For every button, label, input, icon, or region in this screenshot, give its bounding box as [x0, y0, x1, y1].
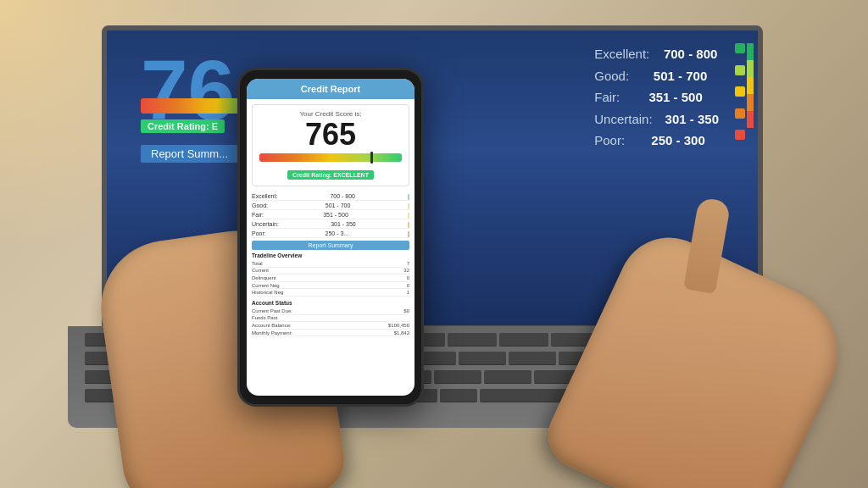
phone-uncertain-label: Uncertain: [252, 221, 279, 227]
phone: Credit Report Your Credit Score is: 765 … [237, 68, 424, 407]
phone-account-balance: Account Balance: $100,450 [252, 322, 409, 330]
phone-report-divider: Report Summary [252, 241, 409, 250]
phone-screen: Credit Report Your Credit Score is: 765 … [247, 79, 415, 396]
key [182, 370, 230, 384]
keyboard-keys [85, 333, 780, 404]
key-row-1 [85, 333, 780, 348]
key [584, 370, 632, 384]
laptop-uncertain-label: Uncertain: [594, 108, 652, 130]
key-shift-right [705, 389, 780, 402]
laptop-color-bar-excellent [747, 43, 754, 60]
key [434, 370, 481, 384]
key-row-4 [85, 389, 780, 404]
phone-good-range: 501 - 700 [326, 202, 351, 208]
key [499, 333, 548, 347]
laptop: 76 Credit Rating: E Report Summ... Excel… [68, 25, 797, 432]
phone-poor-label: Poor: [252, 230, 266, 236]
laptop-rating-fair: Fair: 351 - 500 [594, 86, 745, 108]
phone-tradeline-total: Total 7 [252, 260, 409, 268]
key [459, 352, 506, 365]
scene: 76 Credit Rating: E Report Summ... Excel… [0, 0, 868, 488]
phone-rating-badge: Credit Rating: EXCELLENT [287, 170, 374, 180]
laptop-fair-bar [735, 86, 745, 97]
key [136, 333, 186, 347]
key-tab [85, 352, 156, 365]
phone-tradeline-historical-neg-value: 1 [407, 290, 409, 295]
phone-account-past-due: Current Past Due: $0 [252, 308, 409, 315]
laptop-report-summary-label: Report Summ... [141, 145, 238, 163]
key [509, 352, 556, 365]
phone-fair-label: Fair: [252, 212, 264, 218]
phone-tradeline-current: Current 32 [252, 268, 409, 275]
phone-account-monthly-label: Monthly Payment: [252, 330, 292, 336]
laptop-excellent-range: 700 - 800 [664, 43, 717, 65]
phone-rating-poor: Poor: 250 - 3... | [252, 229, 409, 238]
phone-account-monthly-value: $1,842 [394, 330, 409, 336]
key [559, 352, 606, 365]
laptop-color-bar [747, 43, 754, 128]
phone-report-section: Tradeline Overview Total 7 Current 32 De… [252, 252, 409, 336]
key [162, 389, 199, 402]
phone-account-monthly: Monthly Payment: $1,842 [252, 330, 409, 337]
laptop-excellent-bar [735, 43, 745, 53]
laptop-keyboard [68, 326, 797, 428]
laptop-rating-good: Good: 501 - 700 [594, 65, 745, 87]
phone-tradeline-historical-neg: Historical Neg 1 [252, 289, 409, 297]
phone-tradeline-total-value: 7 [407, 261, 409, 266]
laptop-screen: 76 Credit Rating: E Report Summ... Excel… [102, 25, 763, 330]
laptop-color-bar-uncertain [747, 94, 754, 111]
phone-uncertain-indicator: | [408, 221, 409, 227]
laptop-credit-rating-label: Credit Rating: E [141, 119, 225, 133]
phone-account-past-due-value: $0 [403, 308, 409, 313]
phone-tradeline-current-label: Current [252, 268, 269, 273]
key [659, 352, 706, 365]
phone-account-past-due-label: Current Past Due: [252, 308, 292, 313]
phone-rating-fair: Fair: 351 - 500 | [252, 210, 409, 219]
phone-poor-indicator: | [408, 230, 409, 236]
phone-excellent-range: 700 - 800 [330, 193, 355, 199]
phone-score-bar [259, 153, 402, 162]
key [440, 389, 477, 402]
key-enter2 [685, 370, 780, 384]
key [159, 352, 206, 365]
laptop-rating-poor: Poor: 250 - 300 [594, 130, 745, 152]
key [609, 352, 656, 365]
phone-tradeline-current-neg: Current Neg 0 [252, 282, 409, 290]
phone-tradeline-current-neg-value: 0 [407, 283, 409, 288]
phone-excellent-indicator: | [408, 193, 409, 199]
laptop-color-bar-good [747, 60, 754, 77]
phone-score-bar-indicator [370, 152, 373, 164]
phone-tradeline-current-value: 32 [403, 268, 409, 273]
key-row-3 [85, 370, 780, 385]
phone-good-label: Good: [252, 202, 268, 208]
phone-header: Credit Report [247, 79, 415, 99]
laptop-poor-bar [735, 130, 745, 140]
phone-fair-range: 351 - 500 [323, 212, 348, 218]
phone-tradeline-total-label: Total [252, 261, 263, 266]
key [551, 333, 600, 347]
phone-score-section: Your Credit Score is: 765 Credit Rating:… [252, 104, 409, 186]
laptop-uncertain-bar [735, 108, 745, 119]
laptop-poor-range: 250 - 300 [651, 130, 704, 152]
laptop-color-bar-poor [747, 111, 754, 128]
phone-rating-uncertain: Uncertain: 301 - 350 | [252, 219, 409, 229]
phone-tradeline-historical-neg-label: Historical Neg [252, 290, 283, 295]
key [534, 370, 581, 384]
phone-tradeline-title: Tradeline Overview [252, 252, 409, 258]
laptop-score-table: Excellent: 700 - 800 Good: 501 - 700 Fai… [594, 43, 745, 152]
key [654, 333, 704, 347]
phone-account-title: Account Status [252, 300, 409, 306]
key [202, 389, 239, 402]
phone-rating-good: Good: 501 - 700 | [252, 201, 409, 210]
key-space [480, 389, 703, 402]
key-enter [709, 352, 780, 365]
phone-tradeline-delinquent: Delinquent 0 [252, 274, 409, 282]
key-row-2 [85, 352, 780, 367]
phone-excellent-label: Excellent: [252, 193, 277, 199]
laptop-rating-excellent: Excellent: 700 - 800 [594, 43, 745, 65]
laptop-rating-uncertain: Uncertain: 301 - 350 [594, 108, 745, 130]
phone-account-funds-label: Funds Past [252, 315, 277, 320]
laptop-screen-content: 76 Credit Rating: E Report Summ... Excel… [107, 30, 758, 325]
phone-tradeline-current-neg-label: Current Neg [252, 283, 280, 288]
key-shift-left [85, 389, 159, 402]
